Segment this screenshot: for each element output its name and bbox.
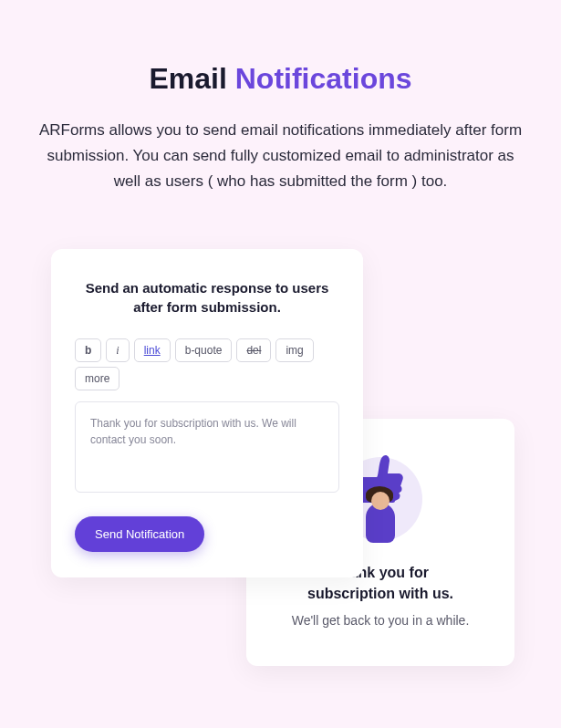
send-notification-button[interactable]: Send Notification xyxy=(75,516,204,552)
thanks-subtitle: We'll get back to you in a while. xyxy=(272,613,489,628)
heading-text-1: Email xyxy=(149,62,234,95)
notification-editor-card: Send an automatic response to users afte… xyxy=(51,249,363,577)
toolbar-bold-button[interactable]: b xyxy=(75,338,101,362)
toolbar-more-button[interactable]: more xyxy=(75,367,119,390)
toolbar-italic-button[interactable]: i xyxy=(106,338,129,362)
toolbar-img-button[interactable]: img xyxy=(275,338,313,362)
notification-textarea[interactable] xyxy=(75,401,339,493)
toolbar-link-button[interactable]: link xyxy=(134,338,171,362)
content-container: Send an automatic response to users afte… xyxy=(0,249,561,577)
editor-toolbar: b i link b-quote del img more xyxy=(75,338,339,390)
editor-title: Send an automatic response to users afte… xyxy=(75,278,339,317)
thanks-title-line2: subscription with us. xyxy=(307,586,453,601)
toolbar-del-button[interactable]: del xyxy=(236,338,271,362)
toolbar-bquote-button[interactable]: b-quote xyxy=(175,338,233,362)
page-description: ARForms allows you to send email notific… xyxy=(0,96,561,194)
page-heading: Email Notifications xyxy=(0,0,561,96)
heading-text-2: Notifications xyxy=(235,62,412,95)
